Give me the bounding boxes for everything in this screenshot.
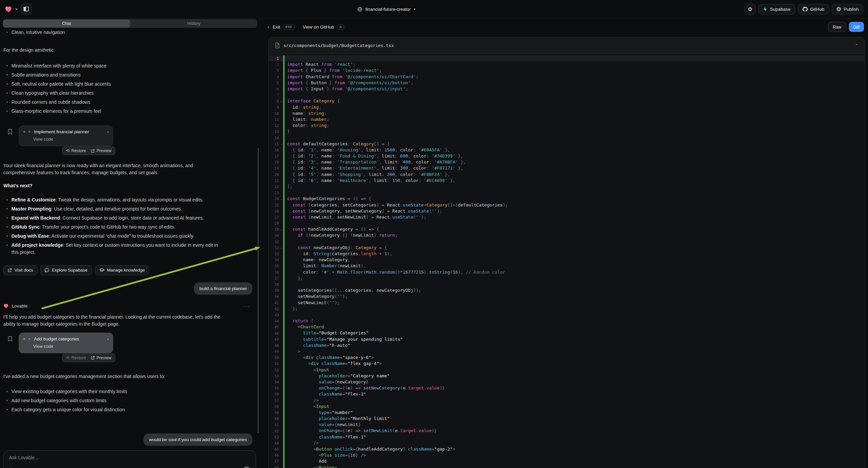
- restore-button[interactable]: ⟲Restore: [66, 148, 86, 153]
- code-line: 18 { id: '3', name: 'Transportation', li…: [269, 159, 864, 165]
- restore-preview-bar: ⟲Restore Preview: [62, 353, 116, 362]
- version-card-add-budget-categories[interactable]: < > Add budget categories › View code ⟲R…: [19, 333, 113, 353]
- collapse-chevron-icon[interactable]: ⌃: [855, 43, 858, 48]
- fold-chevron-icon[interactable]: ⌄: [279, 100, 283, 103]
- line-number: 48: [269, 344, 279, 348]
- line-number: 52: [269, 368, 279, 372]
- fold-chevron-icon[interactable]: ⌄: [279, 246, 283, 249]
- added-bullet-list: View existing budget categories with the…: [3, 388, 256, 415]
- code-line: 20 { id: '5', name: 'Shopping', limit: 2…: [269, 172, 864, 178]
- view-on-github-button[interactable]: View on GitHub: [303, 25, 334, 30]
- version-card-wrap-2: < > Add budget categories › View code ⟲R…: [19, 333, 113, 353]
- line-number: 19: [269, 166, 279, 170]
- code-line: 37 };: [269, 275, 864, 281]
- line-number: 2: [269, 62, 279, 66]
- bullet-dot: [6, 111, 8, 112]
- line-number: 53: [269, 374, 279, 378]
- line-number: 61: [269, 423, 279, 427]
- view-code-link[interactable]: View code: [33, 344, 109, 349]
- code-line: 49 >: [269, 349, 864, 354]
- bullet-dot: [6, 217, 8, 218]
- supabase-button[interactable]: Supabase: [758, 4, 795, 14]
- version-card-title: Implement financial planner: [34, 129, 89, 134]
- code-file-card: src/components/budget/BudgetCategories.t…: [269, 37, 865, 468]
- github-button[interactable]: GitHub: [798, 4, 829, 14]
- code-line: 27 const [newLimit, setNewLimit] = React…: [269, 214, 864, 220]
- view-code-link[interactable]: View code: [33, 137, 109, 142]
- bullet-dot: [6, 409, 8, 410]
- code-line: 16 { id: '1', name: 'Housing', limit: 15…: [269, 147, 864, 153]
- manage-knowledge-button[interactable]: Manage knowledge: [95, 265, 149, 275]
- preview-button[interactable]: Preview: [91, 355, 112, 360]
- visit-docs-button[interactable]: Visit docs: [3, 265, 37, 275]
- fold-chevron-icon[interactable]: ⌄: [279, 197, 283, 200]
- code-line: 68 </Button>: [269, 465, 864, 468]
- github-label: GitHub: [810, 7, 825, 12]
- line-number: 63: [269, 435, 279, 439]
- project-switcher[interactable]: financial-future-creator ▾: [357, 0, 416, 19]
- toggle-sidebar-button[interactable]: [21, 4, 32, 15]
- intro-bullet-list: Clean, intuitive navigation: [3, 29, 256, 38]
- line-number: 15: [269, 142, 279, 146]
- line-number: 49: [269, 350, 279, 353]
- fold-chevron-icon[interactable]: ⌄: [279, 228, 283, 231]
- code-line: 41 setNewLimit('');: [269, 300, 864, 306]
- raw-toggle-button[interactable]: Raw: [828, 22, 846, 32]
- code-line: 46 title="Budget Categories": [269, 330, 864, 336]
- code-line: 53 placeholder="Category name": [269, 373, 864, 379]
- code-line: 13}: [269, 128, 864, 135]
- publish-button[interactable]: Publish: [832, 4, 863, 14]
- line-number: 47: [269, 338, 279, 342]
- list-item: Debug with Ease: Activate our experiment…: [3, 233, 221, 240]
- line-number: 37: [269, 276, 279, 280]
- line-number: 51: [269, 361, 279, 365]
- supabase-icon: [763, 7, 767, 12]
- bookmark-icon[interactable]: [8, 336, 12, 342]
- settings-button[interactable]: ⚙: [745, 4, 755, 15]
- list-item: View existing budget categories with the…: [3, 388, 221, 395]
- fold-chevron-icon[interactable]: ⌄: [279, 142, 283, 145]
- preview-button[interactable]: Preview: [91, 148, 112, 153]
- line-number: 1: [269, 56, 279, 60]
- file-bar[interactable]: src/components/budget/BudgetCategories.t…: [269, 37, 864, 54]
- code-line: 6import { Input } from '@/components/ui/…: [269, 86, 864, 92]
- exit-button[interactable]: Exit: [273, 25, 280, 30]
- diff-added-gutter: [283, 135, 284, 141]
- send-button[interactable]: ↑: [243, 466, 250, 468]
- bullet-dot: [6, 83, 8, 85]
- version-card-implement-financial-planner[interactable]: < > Implement financial planner › View c…: [19, 125, 113, 146]
- chevron-down-icon[interactable]: ▾: [16, 7, 18, 11]
- chat-scrollbar[interactable]: [258, 148, 259, 433]
- line-number: 22: [269, 185, 279, 189]
- code-line: 61 value={newLimit}: [269, 422, 864, 428]
- list-item: Each category gets a unique color for vi…: [3, 406, 221, 413]
- line-number: 18: [269, 160, 279, 164]
- whats-next-heading: What's next?: [3, 183, 256, 188]
- diff-added-gutter: [283, 190, 284, 196]
- more-options-icon[interactable]: ···: [243, 303, 250, 309]
- chat-input-box[interactable]: Ask Lovable... Attach Edit Default ⌄ ↑: [3, 450, 256, 468]
- back-chevron-icon[interactable]: ‹: [268, 24, 270, 30]
- bookmark-icon[interactable]: [8, 129, 12, 135]
- tab-chat[interactable]: Chat: [3, 20, 130, 28]
- explore-supabase-button[interactable]: Explore Supabase: [40, 265, 92, 275]
- graduation-cap-icon: [99, 268, 104, 272]
- code-line: 40 setNewCategory('');: [269, 293, 864, 299]
- chevron-right-icon: ›: [107, 337, 109, 342]
- lovable-logo-icon[interactable]: [5, 6, 12, 13]
- code-line: 42 };: [269, 306, 864, 312]
- tab-history[interactable]: History: [130, 19, 258, 28]
- supabase-label: Supabase: [770, 7, 790, 12]
- line-number: 42: [269, 307, 279, 311]
- restore-button[interactable]: ⟲Restore: [66, 355, 86, 360]
- code-line: 24⌄const BudgetCategories = () => {: [269, 196, 864, 202]
- line-number: 20: [269, 173, 279, 177]
- line-number: 16: [269, 148, 279, 152]
- diff-added-gutter: [283, 281, 284, 287]
- line-number: 36: [269, 270, 279, 274]
- code-line: 62 onChange={(e) => setNewLimit(e.target…: [269, 428, 864, 434]
- line-number: 46: [269, 331, 279, 335]
- code-line: 47 subtitle="Manage your spending limits…: [269, 337, 864, 343]
- list-item: Minimalist interface with plenty of whit…: [3, 62, 221, 69]
- diff-toggle-button[interactable]: Diff: [849, 22, 864, 32]
